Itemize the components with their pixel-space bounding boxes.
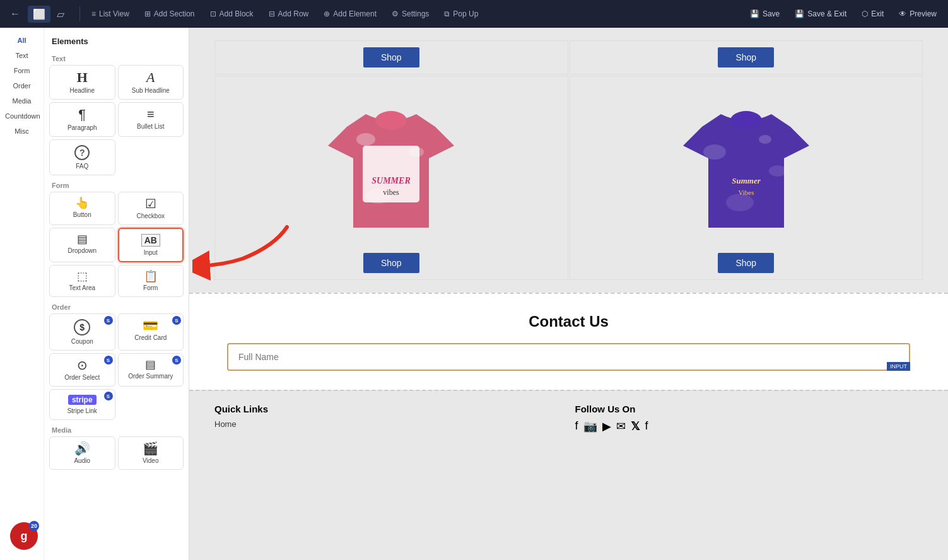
paragraph-element[interactable]: ¶ Paragraph: [49, 102, 115, 137]
order-section-label: Order: [52, 303, 181, 311]
contact-section: Contact Us INPUT: [189, 293, 948, 390]
category-media[interactable]: Media: [0, 93, 44, 108]
bulletlist-element[interactable]: ≡ Bullet List: [118, 102, 184, 137]
elements-panel: All Text Form Order Media Countdown Misc…: [0, 28, 189, 560]
stripelink-element[interactable]: S stripe Stripe Link: [49, 389, 115, 420]
add-section-button[interactable]: ⊞ Add Section: [138, 7, 201, 21]
svg-text:Summer: Summer: [732, 176, 761, 185]
subheadline-element[interactable]: A Sub Headline: [118, 65, 184, 100]
orderselect-element[interactable]: S ⊙ Order Select: [49, 353, 115, 387]
faq-element[interactable]: ? FAQ: [49, 139, 115, 175]
category-misc[interactable]: Misc: [0, 124, 44, 139]
coupon-element[interactable]: S $ Coupon: [49, 313, 115, 351]
svg-text:SUMMER: SUMMER: [372, 176, 411, 185]
list-view-button[interactable]: ≡ List View: [85, 7, 136, 21]
shop-button-2[interactable]: Shop: [718, 47, 774, 67]
category-countdown[interactable]: Countdown: [0, 108, 44, 124]
purple-shirt-image: Summer Vibes: [677, 83, 816, 247]
form-element[interactable]: 📋 Form: [118, 265, 184, 297]
audio-element[interactable]: 🔊 Audio: [49, 436, 115, 470]
user-avatar[interactable]: g 20: [10, 522, 38, 550]
input-element[interactable]: AB Input: [118, 228, 184, 262]
headline-element[interactable]: H Headline: [49, 65, 115, 100]
toolbar-right-actions: 💾 Save 💾 Save & Exit ⬡ Exit 👁 Preview: [744, 7, 943, 21]
headline-label: Headline: [70, 87, 95, 94]
ordersummary-element[interactable]: S ▤ Order Summary: [118, 353, 184, 387]
back-button[interactable]: ←: [5, 6, 25, 22]
shop-section: Shop Shop: [189, 28, 948, 293]
settings-button[interactable]: ⚙ Settings: [385, 7, 435, 21]
add-row-button[interactable]: ⊟ Add Row: [262, 7, 315, 21]
form-elements-grid: 👆 Button ☑ Checkbox ▤ Dropdown AB Input …: [49, 192, 184, 297]
textarea-element[interactable]: ⬚ Text Area: [49, 265, 115, 297]
list-icon: ≡: [91, 9, 96, 18]
checkbox-icon: ☑: [145, 197, 156, 210]
dropdown-element[interactable]: ▤ Dropdown: [49, 228, 115, 262]
faq-label: FAQ: [76, 163, 88, 170]
coupon-icon: $: [74, 319, 90, 335]
shop-grid: Shop Shop: [214, 40, 923, 280]
tablet-view-button[interactable]: ▱: [52, 6, 69, 23]
category-order[interactable]: Order: [0, 78, 44, 93]
add-section-icon: ⊞: [144, 9, 151, 18]
desktop-view-button[interactable]: ⬜: [28, 6, 50, 23]
youtube-icon[interactable]: ▶: [602, 419, 611, 433]
button-element[interactable]: 👆 Button: [49, 192, 115, 225]
instagram-icon[interactable]: 📷: [583, 419, 597, 433]
category-all[interactable]: All: [0, 33, 44, 48]
media-section-label: Media: [52, 426, 181, 434]
shop-button-3[interactable]: Shop: [363, 253, 419, 273]
exit-icon: ⬡: [862, 9, 868, 18]
paragraph-label: Paragraph: [67, 124, 97, 131]
button-label: Button: [73, 211, 91, 218]
orderselect-new-badge: S: [104, 356, 113, 365]
footer-quick-links: Quick Links Home: [214, 404, 563, 433]
settings-icon: ⚙: [392, 9, 399, 18]
orderselect-icon: ⊙: [77, 359, 88, 371]
faq-icon: ?: [74, 145, 90, 160]
main-area: All Text Form Order Media Countdown Misc…: [0, 28, 948, 560]
checkbox-label: Checkbox: [137, 213, 165, 219]
media-elements-grid: 🔊 Audio 🎬 Video: [49, 436, 184, 470]
save-exit-button[interactable]: 💾 Save & Exit: [788, 7, 853, 21]
save-exit-icon: 💾: [795, 9, 804, 18]
bulletlist-label: Bullet List: [137, 123, 164, 130]
facebook2-icon[interactable]: f: [645, 419, 648, 433]
shop-cell-2: Shop: [570, 40, 923, 74]
creditcard-label: Credit Card: [134, 334, 167, 341]
creditcard-element[interactable]: S 💳 Credit Card: [118, 313, 184, 351]
exit-button[interactable]: ⬡ Exit: [855, 7, 890, 21]
checkbox-element[interactable]: ☑ Checkbox: [118, 192, 184, 225]
full-name-input[interactable]: [227, 343, 910, 371]
add-row-icon: ⊟: [269, 9, 275, 18]
shop-cell-3: SUMMER vibes Shop: [214, 76, 568, 280]
footer-link-home[interactable]: Home: [214, 419, 563, 429]
save-icon: 💾: [750, 9, 759, 18]
popup-button[interactable]: ⧉ Pop Up: [438, 7, 484, 21]
preview-icon: 👁: [899, 9, 906, 18]
facebook-icon[interactable]: f: [575, 419, 578, 433]
shop-button-1[interactable]: Shop: [363, 47, 419, 67]
shop-button-4[interactable]: Shop: [718, 253, 774, 273]
add-element-icon: ⊕: [324, 9, 330, 18]
headline-icon: H: [77, 71, 88, 85]
creditcard-icon: 💳: [143, 319, 158, 332]
add-block-button[interactable]: ⊡ Add Block: [204, 7, 260, 21]
svg-point-10: [726, 194, 754, 211]
paragraph-icon: ¶: [78, 108, 86, 122]
orderselect-label: Order Select: [64, 374, 100, 381]
panel-title: Elements: [49, 33, 184, 49]
video-element[interactable]: 🎬 Video: [118, 436, 184, 470]
category-form[interactable]: Form: [0, 63, 44, 78]
twitter-x-icon[interactable]: 𝕏: [631, 419, 640, 433]
category-text[interactable]: Text: [0, 48, 44, 63]
textarea-icon: ⬚: [77, 271, 88, 282]
preview-button[interactable]: 👁 Preview: [892, 7, 943, 21]
creditcard-new-badge: S: [172, 316, 181, 325]
dropdown-icon: ▤: [77, 233, 88, 245]
add-element-button[interactable]: ⊕ Add Element: [317, 7, 383, 21]
email-icon[interactable]: ✉: [616, 419, 626, 433]
save-button[interactable]: 💾 Save: [744, 7, 786, 21]
svg-point-8: [703, 144, 726, 160]
coupon-label: Coupon: [71, 338, 93, 345]
